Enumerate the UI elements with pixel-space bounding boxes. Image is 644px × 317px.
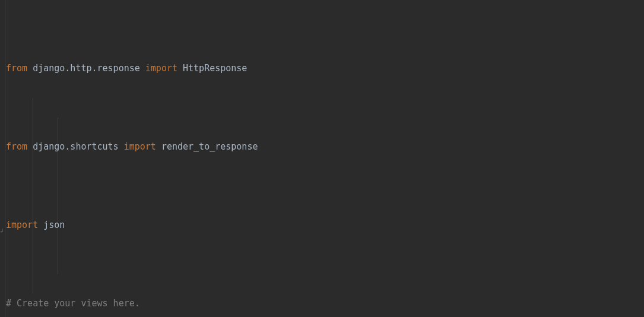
keyword-import: import xyxy=(6,220,38,230)
module-path: django.http.response xyxy=(27,63,145,74)
import-fold-icon[interactable]: ↲ xyxy=(0,221,5,229)
module-name: json xyxy=(38,220,65,230)
comment: # Create your views here. xyxy=(6,298,140,309)
code-line[interactable]: from django.http.response import HttpRes… xyxy=(6,59,644,78)
keyword-import: import xyxy=(124,141,156,152)
keyword-from: from xyxy=(6,141,27,152)
gutter xyxy=(0,0,6,317)
code-line[interactable]: # Create your views here. xyxy=(6,294,644,313)
imported-name: render_to_response xyxy=(156,141,258,152)
keyword-from: from xyxy=(6,63,27,74)
code-line[interactable]: ↲import json xyxy=(6,215,644,235)
module-path: django.shortcuts xyxy=(27,141,124,152)
code-editor[interactable]: from django.http.response import HttpRes… xyxy=(6,0,644,317)
keyword-import: import xyxy=(145,63,177,74)
code-line[interactable]: from django.shortcuts import render_to_r… xyxy=(6,137,644,157)
imported-name: HttpResponse xyxy=(177,63,247,74)
